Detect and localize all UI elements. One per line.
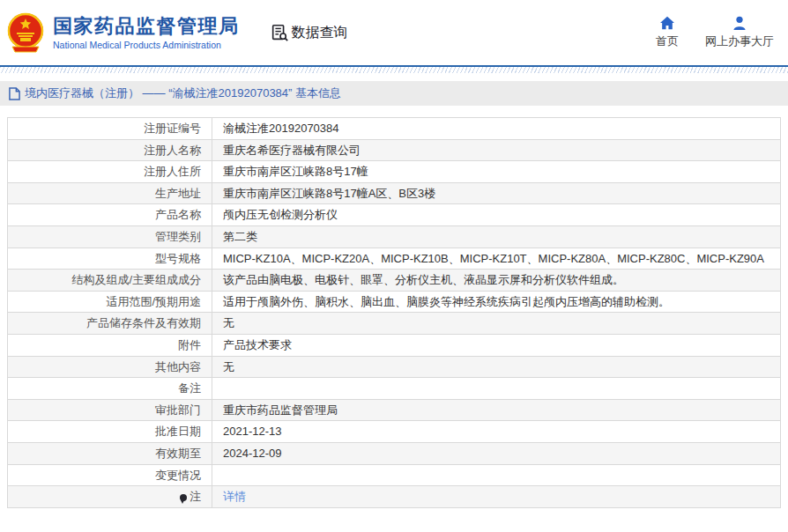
table-row: 有效期至2024-12-09 [8, 442, 781, 464]
table-row: 型号规格MICP-KZ10A、MICP-KZ20A、MICP-KZ10B、MIC… [8, 248, 781, 270]
table-row: 附件产品技术要求 [8, 334, 781, 356]
field-label: 注 [8, 486, 212, 508]
field-value: 无 [212, 356, 781, 378]
home-icon [659, 16, 675, 30]
field-label: 有效期至 [8, 442, 212, 464]
field-value: 适用于颅脑外伤、脑积水、脑出血、脑膜炎等神经系统疾病引起颅内压增高的辅助检测。 [212, 291, 781, 313]
table-row: 注册人住所重庆市南岸区江峡路8号17幢 [8, 161, 781, 183]
field-label: 附件 [8, 334, 212, 356]
field-label: 注册人住所 [8, 161, 212, 183]
table-row: 备注 [8, 378, 781, 400]
nav-item-home[interactable]: 首页 [656, 16, 679, 49]
table-row: 批准日期2021-12-13 [8, 421, 781, 443]
field-label: 产品名称 [8, 204, 212, 226]
nav-home-label: 首页 [656, 33, 679, 49]
field-value: 产品技术要求 [212, 334, 781, 356]
field-value: 渝械注准20192070384 [212, 118, 781, 140]
header-stripe-band [0, 67, 788, 73]
field-label: 批准日期 [8, 421, 212, 443]
org-name-en: National Medical Products Administration [53, 40, 240, 50]
info-table-body: 注册证编号渝械注准20192070384注册人名称重庆名希医疗器械有限公司注册人… [8, 118, 781, 508]
field-label: 其他内容 [8, 356, 212, 378]
field-value: 该产品由脑电极、电极针、眼罩、分析仪主机、液晶显示屏和分析仪软件组成。 [212, 270, 781, 292]
org-name-cn: 国家药品监督管理局 [53, 15, 240, 38]
site-header: 国家药品监督管理局 National Medical Products Admi… [0, 0, 788, 65]
table-row: 产品储存条件及有效期无 [8, 313, 781, 335]
field-label: 变更情况 [8, 464, 212, 486]
field-value: 颅内压无创检测分析仪 [212, 204, 781, 226]
table-row: 注详情 [8, 486, 781, 508]
person-icon [732, 16, 747, 30]
breadcrumb: 境内医疗器械（注册） —— “渝械注准20192070384” 基本信息 [0, 81, 788, 106]
field-label: 型号规格 [8, 248, 212, 270]
field-label: 产品储存条件及有效期 [8, 313, 212, 335]
note-balloon-icon [180, 494, 187, 501]
field-value: 重庆市南岸区江峡路8号17幢 [212, 161, 781, 183]
national-emblem-icon [7, 11, 44, 54]
field-value: 2024-12-09 [212, 442, 781, 464]
field-value [212, 378, 781, 400]
document-icon [9, 87, 20, 100]
document-search-icon [270, 23, 289, 42]
field-value: 详情 [212, 486, 781, 508]
field-value: 重庆市南岸区江峡路8号17幢A区、B区3楼 [212, 182, 781, 204]
field-label: 生产地址 [8, 182, 212, 204]
data-query-label: 数据查询 [292, 24, 348, 42]
detail-link[interactable]: 详情 [223, 490, 246, 503]
nav-service-hall-label: 网上办事大厅 [705, 33, 774, 49]
field-value: 第二类 [212, 225, 781, 248]
field-value: 2021-12-13 [212, 421, 781, 443]
field-label: 适用范围/预期用途 [8, 291, 212, 313]
field-value: 重庆市药品监督管理局 [212, 399, 781, 421]
header-nav: 首页 网上办事大厅 [656, 16, 774, 49]
table-row: 管理类别第二类 [8, 225, 781, 248]
table-row: 审批部门重庆市药品监督管理局 [8, 399, 781, 421]
field-label: 备注 [8, 378, 212, 400]
table-row: 结构及组成/主要组成成分该产品由脑电极、电极针、眼罩、分析仪主机、液晶显示屏和分… [8, 270, 781, 292]
registration-info-table: 注册证编号渝械注准20192070384注册人名称重庆名希医疗器械有限公司注册人… [7, 117, 781, 508]
table-row: 生产地址重庆市南岸区江峡路8号17幢A区、B区3楼 [8, 182, 781, 204]
table-row: 其他内容无 [8, 356, 781, 378]
table-row: 注册人名称重庆名希医疗器械有限公司 [8, 139, 781, 161]
table-row: 注册证编号渝械注准20192070384 [8, 118, 781, 140]
data-query-nav[interactable]: 数据查询 [270, 23, 348, 42]
field-value: MICP-KZ10A、MICP-KZ20A、MICP-KZ10B、MICP-KZ… [212, 248, 781, 270]
field-label: 管理类别 [8, 225, 212, 248]
table-row: 适用范围/预期用途适用于颅脑外伤、脑积水、脑出血、脑膜炎等神经系统疾病引起颅内压… [8, 291, 781, 313]
site-logo[interactable]: 国家药品监督管理局 National Medical Products Admi… [7, 11, 240, 54]
org-title-block: 国家药品监督管理局 National Medical Products Admi… [53, 15, 240, 50]
page-title: 境内医疗器械（注册） —— “渝械注准20192070384” 基本信息 [25, 85, 341, 101]
field-value: 无 [212, 313, 781, 335]
spacer [0, 73, 788, 81]
table-row: 变更情况 [8, 464, 781, 486]
field-value: 重庆名希医疗器械有限公司 [212, 139, 781, 161]
nav-item-service-hall[interactable]: 网上办事大厅 [705, 16, 774, 49]
main-content: 注册证编号渝械注准20192070384注册人名称重庆名希医疗器械有限公司注册人… [0, 106, 788, 508]
field-label: 注册人名称 [8, 139, 212, 161]
table-row: 产品名称颅内压无创检测分析仪 [8, 204, 781, 226]
field-label: 结构及组成/主要组成成分 [8, 270, 212, 292]
field-value [212, 464, 781, 486]
field-label: 注册证编号 [8, 118, 212, 140]
field-label: 审批部门 [8, 399, 212, 421]
